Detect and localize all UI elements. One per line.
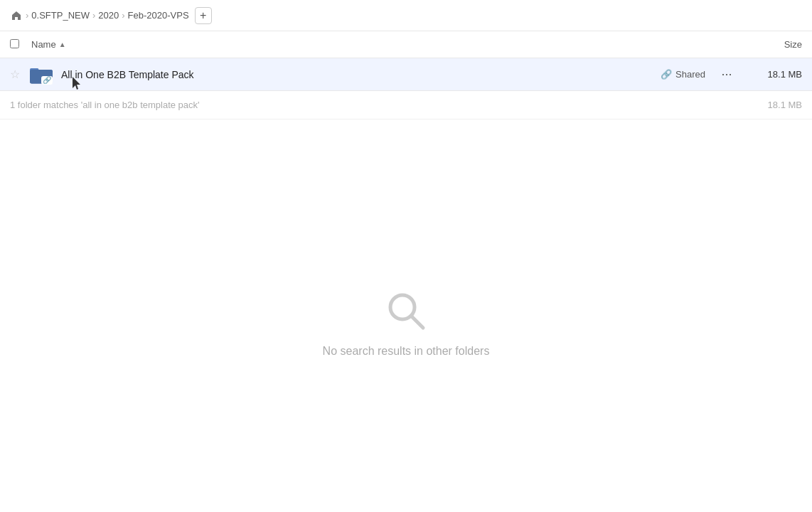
breadcrumb-feb2020[interactable]: Feb-2020-VPS	[128, 10, 189, 21]
folder-link-overlay: 🔗	[41, 76, 53, 85]
no-results-search-icon	[383, 288, 429, 334]
more-options-button[interactable]: ···	[717, 65, 737, 85]
search-results-text: 1 folder matches 'all in one b2b templat…	[10, 100, 200, 110]
breadcrumb-bar: › 0.SFTP_NEW › 2020 › Feb-2020-VPS +	[0, 0, 812, 31]
file-row[interactable]: ☆ 🔗 All in One B2B Template Pack 🔗 Share…	[0, 58, 812, 91]
empty-state: No search results in other folders	[0, 119, 812, 512]
breadcrumb-sftp[interactable]: 0.SFTP_NEW	[31, 10, 90, 21]
main-content: Name ▲ Size ☆ 🔗 All in One B2B Template …	[0, 31, 812, 512]
svg-line-4	[411, 316, 423, 328]
file-size: 18.1 MB	[745, 69, 802, 80]
more-icon: ···	[721, 67, 732, 82]
select-all-checkbox[interactable]	[10, 39, 19, 48]
search-results-size: 18.1 MB	[745, 100, 802, 110]
breadcrumb-sep-2: ›	[92, 10, 95, 21]
add-breadcrumb-button[interactable]: +	[195, 7, 212, 24]
link-icon: 🔗	[661, 69, 672, 80]
search-results-info: 1 folder matches 'all in one b2b templat…	[0, 91, 812, 119]
breadcrumb-2020[interactable]: 2020	[98, 10, 119, 21]
column-header: Name ▲ Size	[0, 31, 812, 58]
breadcrumb-sep-3: ›	[122, 10, 124, 21]
breadcrumb-home[interactable]	[10, 9, 23, 22]
sort-arrow-icon: ▲	[59, 41, 66, 48]
shared-label: Shared	[675, 69, 705, 80]
folder-name: All in One B2B Template Pack	[61, 69, 661, 80]
size-column-header: Size	[745, 39, 802, 50]
folder-icon-wrap: 🔗	[28, 63, 54, 86]
breadcrumb-sep-1: ›	[26, 10, 28, 21]
star-button[interactable]: ☆	[10, 68, 24, 81]
select-all-checkbox-wrap[interactable]	[10, 39, 24, 50]
home-icon	[10, 9, 23, 22]
shared-badge: 🔗 Shared	[661, 69, 705, 80]
no-results-text: No search results in other folders	[323, 345, 490, 358]
name-column-header[interactable]: Name ▲	[31, 39, 745, 50]
